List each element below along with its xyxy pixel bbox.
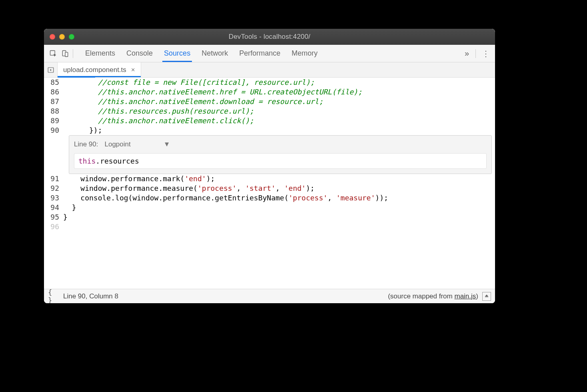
panel-tabs: ElementsConsoleSourcesNetworkPerformance…	[85, 45, 317, 62]
line-number[interactable]: 96	[44, 222, 63, 232]
toolbar-divider	[73, 49, 73, 58]
tab-memory[interactable]: Memory	[292, 45, 317, 62]
logpoint-expression-input[interactable]: this.resources	[74, 153, 487, 169]
navigator-toggle-icon[interactable]	[44, 62, 58, 77]
code-line[interactable]: 87 //this.anchor.nativeElement.download …	[44, 97, 495, 106]
chevron-down-icon: ▼	[164, 140, 170, 148]
code-line[interactable]: 89 //this.anchor.nativeElement.click();	[44, 116, 495, 126]
code-text: });	[63, 126, 102, 135]
device-toggle-icon[interactable]	[60, 48, 70, 59]
close-window-button[interactable]	[50, 34, 55, 40]
svg-rect-2	[65, 52, 68, 56]
line-number[interactable]: 87	[44, 97, 63, 106]
code-line[interactable]: 88 //this.resources.push(resource.url);	[44, 106, 495, 116]
tab-network[interactable]: Network	[202, 45, 228, 62]
tab-sources[interactable]: Sources	[164, 45, 190, 62]
more-panels-icon[interactable]: »	[461, 49, 472, 58]
window-title: DevTools - localhost:4200/	[44, 33, 495, 41]
code-line[interactable]: 92 window.performance.measure('process',…	[44, 184, 495, 193]
line-number[interactable]: 94	[44, 203, 63, 212]
status-bar: { } Line 90, Column 8 (source mapped fro…	[44, 289, 495, 303]
code-line[interactable]: 91 window.performance.mark('end');	[44, 174, 495, 184]
tab-elements[interactable]: Elements	[85, 45, 115, 62]
code-line[interactable]: 93 console.log(window.performance.getEnt…	[44, 193, 495, 203]
code-text: //this.resources.push(resource.url);	[63, 106, 254, 116]
line-number[interactable]: 92	[44, 184, 63, 193]
inspect-element-icon[interactable]	[48, 48, 58, 59]
line-number[interactable]: 90	[44, 126, 63, 135]
devtools-window: DevTools - localhost:4200/ ElementsConso…	[44, 29, 495, 303]
line-number[interactable]: 89	[44, 116, 63, 126]
code-text: window.performance.measure('process', 's…	[63, 184, 315, 193]
file-tab-label: upload.component.ts	[63, 66, 126, 74]
code-line[interactable]: 90 });	[44, 126, 495, 135]
breakpoint-type-select[interactable]: Logpoint▼	[103, 140, 172, 149]
file-tab[interactable]: upload.component.ts ×	[58, 62, 141, 77]
breakpoint-type-value: Logpoint	[105, 140, 131, 148]
code-line[interactable]: 96	[44, 222, 495, 232]
code-text: }	[63, 212, 68, 222]
open-files-bar: upload.component.ts ×	[44, 62, 495, 78]
source-mapped-label: (source mapped from main.js)	[388, 292, 478, 300]
source-map-link[interactable]: main.js	[454, 292, 476, 300]
line-number[interactable]: 93	[44, 193, 63, 203]
code-text: window.performance.mark('end');	[63, 174, 215, 184]
line-number[interactable]: 91	[44, 174, 63, 184]
zoom-window-button[interactable]	[69, 34, 74, 40]
show-drawer-icon[interactable]	[482, 292, 491, 301]
code-text: //const file = new File([critical], reso…	[63, 78, 315, 87]
code-text: //this.anchor.nativeElement.download = r…	[63, 97, 323, 106]
titlebar[interactable]: DevTools - localhost:4200/	[44, 29, 495, 45]
pretty-print-icon[interactable]: { }	[48, 288, 58, 304]
line-number[interactable]: 95	[44, 212, 63, 222]
tab-console[interactable]: Console	[126, 45, 153, 62]
source-editor[interactable]: 85 //const file = new File([critical], r…	[44, 78, 495, 289]
line-number[interactable]: 85	[44, 78, 63, 87]
tab-performance[interactable]: Performance	[239, 45, 280, 62]
code-line[interactable]: 85 //const file = new File([critical], r…	[44, 78, 495, 87]
main-toolbar: ElementsConsoleSourcesNetworkPerformance…	[44, 45, 495, 62]
code-text: console.log(window.performance.getEntrie…	[63, 193, 388, 203]
code-line[interactable]: 94 }	[44, 203, 495, 212]
code-line[interactable]: 95}	[44, 212, 495, 222]
close-icon[interactable]: ×	[131, 66, 135, 74]
breakpoint-editor: Line 90:Logpoint▼this.resources	[69, 135, 492, 174]
cursor-position: Line 90, Column 8	[63, 292, 118, 300]
breakpoint-line-label: Line 90:	[74, 140, 98, 148]
code-line[interactable]: 86 //this.anchor.nativeElement.href = UR…	[44, 87, 495, 97]
code-text: //this.anchor.nativeElement.href = URL.c…	[63, 87, 362, 97]
traffic-lights	[50, 34, 74, 40]
code-text: }	[63, 203, 76, 212]
line-number[interactable]: 86	[44, 87, 63, 97]
line-number[interactable]: 88	[44, 106, 63, 116]
code-text: //this.anchor.nativeElement.click();	[63, 116, 254, 126]
devtools-settings-menu-icon[interactable]: ⋮	[481, 49, 491, 58]
toolbar-divider	[475, 49, 476, 58]
minimize-window-button[interactable]	[59, 34, 65, 40]
